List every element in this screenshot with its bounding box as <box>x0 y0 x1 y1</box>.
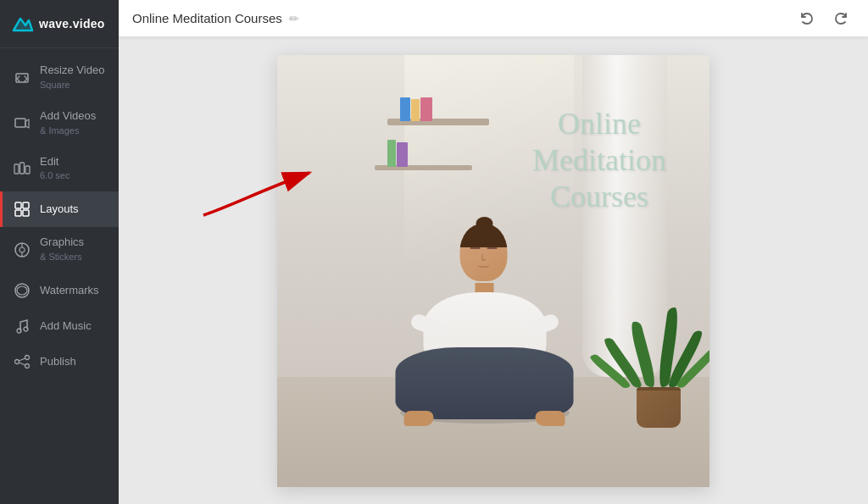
svg-point-12 <box>19 247 25 252</box>
sidebar-item-layouts[interactable]: Layouts <box>0 191 119 227</box>
sidebar-item-publish-text: Publish <box>40 355 76 369</box>
main-content: Online Meditation Courses ✏ <box>119 0 868 504</box>
redo-button[interactable] <box>827 5 854 32</box>
book-4 <box>387 140 396 167</box>
sidebar-item-graphics[interactable]: Graphics & Stickers <box>0 227 119 273</box>
watermarks-icon <box>13 281 31 300</box>
logo-text: wave.video <box>39 17 105 30</box>
canvas-area: Online Meditation Courses <box>119 37 868 504</box>
title-edit-icon[interactable]: ✏ <box>289 12 299 25</box>
undo-button[interactable] <box>793 5 821 32</box>
canvas-background: Online Meditation Courses <box>277 55 709 487</box>
sidebar-item-add-music[interactable]: Add Music <box>0 308 119 344</box>
header-actions <box>793 5 854 32</box>
sidebar-item-publish[interactable]: Publish <box>0 344 119 379</box>
nose <box>481 254 487 261</box>
sidebar-item-watermarks-text: Watermarks <box>40 284 99 298</box>
header-title-area: Online Meditation Courses ✏ <box>132 11 299 25</box>
book-1 <box>400 97 410 121</box>
svg-point-18 <box>15 360 19 364</box>
sidebar-item-layouts-text: Layouts <box>40 202 79 217</box>
book-2 <box>411 99 420 121</box>
plant-pot <box>637 387 681 428</box>
svg-rect-6 <box>25 166 30 174</box>
left-arm <box>409 312 446 338</box>
hair-bun <box>476 217 493 230</box>
sidebar-item-add-music-text: Add Music <box>40 319 92 334</box>
mouth <box>478 264 490 268</box>
svg-point-19 <box>25 356 30 360</box>
right-foot <box>536 411 565 426</box>
svg-line-21 <box>19 358 25 361</box>
sidebar-item-graphics-text: Graphics & Stickers <box>40 235 84 264</box>
left-eye <box>470 247 481 249</box>
book-5 <box>397 142 408 167</box>
canvas-container[interactable]: Online Meditation Courses <box>277 55 709 487</box>
logo[interactable]: wave.video <box>0 0 119 48</box>
head <box>460 224 508 281</box>
svg-line-22 <box>19 363 25 365</box>
svg-rect-8 <box>23 202 29 208</box>
book-3 <box>420 97 432 121</box>
plant-container <box>625 277 693 428</box>
svg-point-20 <box>25 364 30 368</box>
svg-rect-10 <box>23 210 29 216</box>
music-icon <box>13 317 31 335</box>
project-title[interactable]: Online Meditation Courses <box>132 11 282 25</box>
sidebar-item-resize-text: Resize Video Square <box>40 64 104 92</box>
person-figure <box>396 224 574 419</box>
sidebar-item-add-videos[interactable]: Add Videos & Images <box>0 101 119 147</box>
canvas-text-overlay: Online Meditation Courses <box>515 106 684 216</box>
header: Online Meditation Courses ✏ <box>119 0 868 37</box>
sidebar: wave.video Resize Video Square <box>0 0 119 504</box>
left-foot <box>404 411 434 426</box>
right-arm <box>523 312 560 338</box>
add-videos-icon <box>13 114 31 133</box>
svg-rect-7 <box>15 202 21 208</box>
svg-rect-5 <box>20 163 25 174</box>
sidebar-nav: Resize Video Square Add Videos & Images <box>0 48 119 504</box>
publish-icon <box>13 352 31 371</box>
edit-icon <box>13 159 31 178</box>
sidebar-item-add-videos-text: Add Videos & Images <box>40 109 96 138</box>
layouts-icon <box>13 200 31 219</box>
right-eye <box>487 247 498 249</box>
wave-logo-icon <box>10 12 34 36</box>
svg-rect-9 <box>15 210 21 216</box>
graphics-icon <box>13 241 31 259</box>
svg-rect-4 <box>14 164 19 174</box>
resize-icon <box>13 69 31 87</box>
legs <box>396 347 574 419</box>
sidebar-item-resize[interactable]: Resize Video Square <box>0 55 119 101</box>
svg-rect-3 <box>15 119 25 127</box>
sidebar-item-edit-text: Edit 6.0 sec <box>40 155 70 184</box>
sidebar-item-watermarks[interactable]: Watermarks <box>0 273 119 308</box>
sidebar-item-edit[interactable]: Edit 6.0 sec <box>0 147 119 192</box>
